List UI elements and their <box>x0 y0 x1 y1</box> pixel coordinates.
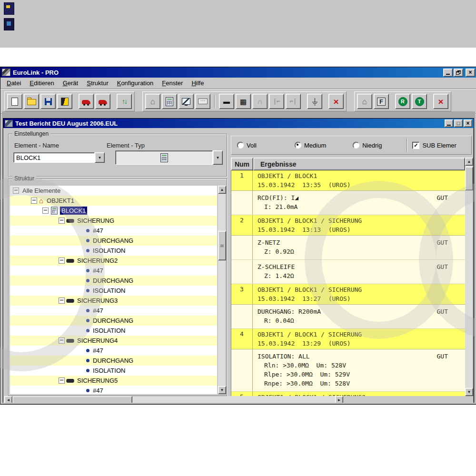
f-key-button[interactable]: F <box>374 94 389 109</box>
scroll-down-button[interactable]: ▼ <box>218 386 226 394</box>
element-typ-dropdown-button[interactable]: ▼ <box>213 150 223 165</box>
collapse-icon[interactable] <box>59 218 65 224</box>
menu-struktur[interactable]: Struktur <box>82 78 113 88</box>
tree-leaf[interactable]: #47 <box>10 226 217 236</box>
scroll-track[interactable] <box>218 194 225 386</box>
sub-element-checkbox[interactable]: ✓SUB Element <box>412 142 456 149</box>
close-button[interactable]: × <box>466 69 475 77</box>
restore-button[interactable] <box>454 69 463 77</box>
tree-node[interactable]: SICHERUNG4 <box>10 336 217 346</box>
measurement-row[interactable]: RCD(FI): I◢GUT I: 21.0mA <box>231 191 465 215</box>
delete-function-button[interactable]: × <box>433 94 448 109</box>
collapse-icon[interactable] <box>42 208 49 214</box>
document-titlebar[interactable]: Test Bericht DEU August 2006.EUL □ × <box>3 119 474 128</box>
horizontal-scrollbar[interactable]: ◄ ► <box>4 396 343 403</box>
element-type-button[interactable] <box>162 94 177 109</box>
tree-leaf[interactable]: ISOLATION <box>10 326 217 336</box>
cable-button[interactable]: ··· <box>195 94 210 109</box>
element-name-dropdown-button[interactable]: ▼ <box>95 152 105 163</box>
measurement-row[interactable]: ISOLATION: ALLGUT Rln: >30.0MΩ Um: 528V … <box>231 349 465 392</box>
angle-right-button[interactable]: ⌐| <box>286 94 301 109</box>
scroll-thumb[interactable] <box>12 396 132 403</box>
collapse-icon[interactable] <box>31 198 37 204</box>
collapse-icon[interactable] <box>59 298 65 304</box>
ergebnisse-column-header[interactable]: Ergebnisse <box>253 158 465 170</box>
upload-instrument-button[interactable] <box>79 94 94 109</box>
measurement-row[interactable]: Z-SCHLEIFEGUT Z: 1.42Ω <box>231 260 465 284</box>
bar-element-button[interactable]: ▬ <box>219 94 234 109</box>
collapse-icon[interactable] <box>59 337 65 344</box>
scroll-right-button[interactable]: ► <box>335 396 343 403</box>
collapse-icon[interactable] <box>13 188 19 194</box>
desktop-icon[interactable] <box>4 2 14 15</box>
t-function-button[interactable]: T <box>412 94 427 109</box>
element-name-value[interactable]: BLOCK1 <box>13 152 95 163</box>
app-titlebar[interactable]: EuroLink - PRO × <box>0 67 476 78</box>
scroll-left-button[interactable]: ◄ <box>4 396 12 403</box>
scroll-down-button[interactable]: ▼ <box>465 388 473 396</box>
scroll-up-button[interactable]: ▲ <box>218 186 226 194</box>
tree-leaf[interactable]: ISOLATION <box>10 246 217 256</box>
scroll-thumb[interactable] <box>218 231 226 260</box>
doc-maximize-button[interactable]: □ <box>454 119 463 127</box>
element-name-combo[interactable]: BLOCK1 ▼ <box>13 152 105 163</box>
doc-close-button[interactable]: × <box>464 119 472 127</box>
tree-node[interactable]: SICHERUNG <box>10 216 217 226</box>
collapse-icon[interactable] <box>59 377 65 384</box>
tree-scrollbar[interactable]: ▲ ▼ <box>218 186 225 394</box>
ground-button[interactable] <box>307 94 322 109</box>
menu-datei[interactable]: Datei <box>2 78 25 88</box>
desktop-icon[interactable] <box>4 18 14 30</box>
angle-left-button[interactable]: |⌐ <box>269 94 284 109</box>
menu-geraet[interactable]: Gerät <box>59 78 83 88</box>
home-button[interactable]: ⌂ <box>145 94 160 109</box>
tree-node[interactable]: Alle Elemente <box>10 186 217 196</box>
result-group-header[interactable]: 2 OBJEKT1 / BLOCK1 / SICHERUNG15.03.1942… <box>231 215 465 236</box>
tree-leaf[interactable]: #47 <box>10 266 217 276</box>
r-function-button[interactable]: R <box>395 94 410 109</box>
tree-leaf[interactable]: DURCHGANG <box>10 276 217 286</box>
num-column-header[interactable]: Num <box>231 158 253 170</box>
menu-hilfe[interactable]: Hilfe <box>187 78 208 88</box>
tree-node[interactable]: ⌂OBJEKT1 <box>10 196 217 206</box>
measurement-row[interactable]: DURCHGANG: R200mAGUT R: 0.04Ω <box>231 305 465 329</box>
filter-voll-radio[interactable]: Voll <box>237 142 257 149</box>
new-file-button[interactable] <box>7 94 22 109</box>
filter-medium-radio[interactable]: Medium <box>295 142 326 149</box>
result-group-header[interactable]: 4 OBJEKT1 / BLOCK1 / SICHERUNG15.03.1942… <box>231 329 465 349</box>
tree-node[interactable]: SICHERUNG5 <box>10 376 217 386</box>
tree-leaf[interactable]: #47 <box>10 346 217 356</box>
delete-element-button[interactable]: × <box>328 94 344 109</box>
tree-leaf[interactable]: ISOLATION <box>10 366 217 376</box>
result-group-header[interactable]: 5 OBJEKT1 / BLOCK1 / SICHERUNG2 <box>231 392 465 396</box>
tree-leaf[interactable]: #47 <box>10 386 217 394</box>
collapse-icon[interactable] <box>59 258 65 264</box>
element-typ-value[interactable] <box>115 150 213 165</box>
home-button-2[interactable]: ⌂ <box>357 94 372 109</box>
element-typ-combo[interactable]: ▼ <box>115 150 223 165</box>
menu-editieren[interactable]: Editieren <box>25 78 58 88</box>
tree-leaf[interactable]: ISOLATION <box>10 286 217 296</box>
tree-node[interactable]: SICHERUNG2 <box>10 256 217 266</box>
tree-node-selected[interactable]: BLOCK1 <box>10 206 217 216</box>
save-button[interactable] <box>40 94 56 109</box>
sync-button[interactable]: ↑↓ <box>117 94 132 109</box>
results-scrollbar[interactable]: ▲ ▼ <box>465 158 472 396</box>
tree-leaf[interactable]: #47 <box>10 306 217 316</box>
measurement-button[interactable] <box>178 94 194 109</box>
measurement-row[interactable]: Z-NETZGUT Z: 0.92Ω <box>231 236 465 260</box>
tree-leaf[interactable]: DURCHGANG <box>10 356 217 366</box>
filter-niedrig-radio[interactable]: Niedrig <box>353 142 382 149</box>
tree-leaf[interactable]: DURCHGANG <box>10 316 217 326</box>
download-instrument-button[interactable] <box>95 94 110 109</box>
scroll-track[interactable] <box>12 396 335 403</box>
result-group-header[interactable]: 1 OBJEKT1 / BLOCK115.03.1942 13:35 (UROS… <box>231 170 465 191</box>
scroll-up-button[interactable]: ▲ <box>465 158 473 166</box>
scroll-thumb[interactable] <box>465 167 473 190</box>
grid-element-button[interactable]: ▦ <box>236 94 251 109</box>
report-button[interactable] <box>57 94 72 109</box>
minimize-button[interactable] <box>443 69 453 77</box>
menu-fenster[interactable]: Fenster <box>158 78 187 88</box>
result-group-header[interactable]: 3 OBJEKT1 / BLOCK1 / SICHERUNG15.03.1942… <box>231 284 465 305</box>
arch-element-button[interactable]: ∩ <box>252 94 268 109</box>
